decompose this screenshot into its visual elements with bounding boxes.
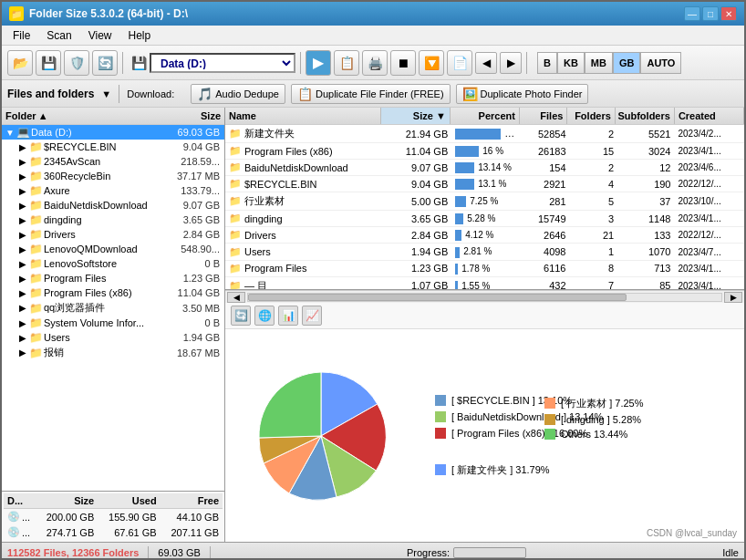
file-percent: 1.78 %	[451, 261, 522, 276]
close-button[interactable]: ✕	[720, 6, 737, 21]
duplicate-finder-btn[interactable]: 📋 Duplicate File Finder (FREE)	[291, 84, 451, 104]
expand-icon[interactable]: ▶	[16, 171, 29, 181]
tree-item-drivers[interactable]: ▶ 📁 Drivers 2.84 GB	[2, 227, 224, 242]
size-kb-btn[interactable]: KB	[557, 52, 585, 74]
drive-item-d[interactable]: 💿... 200.00 GB 155.90 GB 44.10 GB	[4, 509, 223, 524]
scroll-right-btn[interactable]: ▶	[724, 292, 742, 303]
size-mb-btn[interactable]: MB	[585, 52, 613, 74]
folders-col-header[interactable]: Folders	[567, 108, 615, 124]
file-files: 4098	[522, 244, 570, 259]
file-row-users[interactable]: 📁Users 1.94 GB 2.81 % 4098 1 1070 2023/4…	[225, 244, 744, 260]
tree-item-avscan[interactable]: ▶ 📁 2345AvScan 218.59...	[2, 154, 224, 169]
print-btn[interactable]: 🖨️	[362, 50, 388, 76]
size-gb-btn[interactable]: GB	[613, 52, 641, 74]
size-col-header[interactable]: Size	[165, 108, 224, 124]
file-percent: 7.25 %	[451, 193, 522, 209]
filter-btn[interactable]: 🔽	[419, 50, 444, 76]
menu-file[interactable]: File	[5, 27, 37, 44]
percent-col-header[interactable]: Percent	[451, 108, 520, 124]
h-scrollbar[interactable]: ◀ ▶	[225, 290, 744, 303]
tree-item-sysvolume[interactable]: ▶ 📁 System Volume Infor... 0 B	[2, 316, 224, 330]
tree-item-dingding[interactable]: ▶ 📁 dingding 3.65 GB	[2, 213, 224, 227]
expand-icon[interactable]: ▶	[16, 333, 29, 343]
tree-item-users[interactable]: ▶ 📁 Users 1.94 GB	[2, 330, 224, 345]
expand-icon[interactable]: ▶	[16, 157, 29, 167]
save-btn[interactable]: 💾	[36, 50, 61, 76]
back-btn[interactable]: ◀	[475, 52, 497, 74]
tree-item-baoxiao[interactable]: ▶ 📁 报销 18.67 MB	[2, 345, 224, 360]
file-row-xinjianzhenji[interactable]: 📁新建文件夹 21.94 GB 31.79 % 52854 2 5521 202…	[225, 125, 744, 143]
size-col-header[interactable]: Size ▼	[381, 108, 451, 124]
file-size: 1.94 GB	[382, 244, 452, 259]
photo-finder-btn[interactable]: 🖼️ Duplicate Photo Finder	[456, 84, 589, 104]
subfolders-col-header[interactable]: Subfolders	[616, 108, 675, 124]
scroll-track[interactable]	[247, 293, 722, 302]
file-row-pf[interactable]: 📁Program Files 1.23 GB 1.78 % 6116 8 713…	[225, 261, 744, 277]
chart-container: [ $RECYCLE.BIN ] 13.10% [ BaiduNetdiskDo…	[225, 329, 744, 542]
tree-item-lenovoqm[interactable]: ▶ 📁 LenovoQMDownload 548.90...	[2, 242, 224, 256]
expand-icon[interactable]: ▶	[16, 303, 29, 313]
file-row-recycle[interactable]: 📁$RECYCLE.BIN 9.04 GB 13.1 % 2921 4 190 …	[225, 176, 744, 192]
name-col-header[interactable]: Name	[225, 108, 381, 124]
file-row-drivers[interactable]: 📁Drivers 2.84 GB 4.12 % 2646 21 133 2022…	[225, 227, 744, 244]
expand-icon[interactable]: ▶	[16, 288, 29, 298]
expand-icon[interactable]: ▼	[4, 128, 16, 138]
chart-btn-3[interactable]: 📊	[278, 306, 298, 326]
chart-btn-4[interactable]: 📈	[302, 306, 322, 326]
chart-btn-2[interactable]: 🌐	[254, 306, 275, 326]
file-row-dingding[interactable]: 📁dingding 3.65 GB 5.28 % 15749 3 1148 20…	[225, 211, 744, 227]
expand-icon[interactable]: ▶	[16, 215, 29, 225]
tree-item-qq[interactable]: ▶ 📁 qq浏览器插件 3.50 MB	[2, 300, 224, 316]
file-row-pfx86[interactable]: 📁Program Files (x86) 11.04 GB 16 % 26183…	[225, 143, 744, 160]
maximize-button[interactable]: □	[702, 6, 719, 21]
expand-icon[interactable]: ▶	[16, 186, 29, 196]
expand-icon[interactable]: ▶	[16, 244, 29, 254]
audio-dedupe-btn[interactable]: 🎵 Audio Dedupe	[191, 84, 285, 104]
tree-item-baidu[interactable]: ▶ 📁 BaiduNetdiskDownload 9.07 GB	[2, 198, 224, 213]
minimize-button[interactable]: —	[684, 6, 700, 21]
audio-icon: 🎵	[197, 87, 212, 101]
stop-btn[interactable]: ⏹	[390, 50, 416, 76]
tree-item-root[interactable]: ▼ 💻 Data (D:) 69.03 GB	[2, 125, 224, 140]
scroll-left-btn[interactable]: ◀	[227, 292, 245, 303]
scan-play-btn[interactable]: ▶	[306, 50, 331, 76]
file-row-last[interactable]: 📁— 目 1.07 GB 1.55 % 432 7 85 2023/4/1...	[225, 277, 744, 290]
refresh-btn[interactable]: 🔄	[92, 50, 118, 76]
menu-view[interactable]: View	[81, 27, 119, 44]
expand-icon[interactable]: ▶	[16, 347, 29, 358]
file-row-baidu[interactable]: 📁BaiduNetdiskDownload 9.07 GB 13.14 % 15…	[225, 160, 744, 176]
expand-icon[interactable]: ▶	[16, 274, 29, 284]
folder-col-header[interactable]: Folder ▲	[2, 108, 165, 124]
legend-hangye: [ 行业素材 ] 7.25%	[544, 397, 735, 410]
tree-item-lenovosoft[interactable]: ▶ 📁 LenovoSoftstore 0 B	[2, 256, 224, 271]
expand-icon[interactable]: ▶	[16, 142, 29, 152]
tree-item-programfilesx86[interactable]: ▶ 📁 Program Files (x86) 11.04 GB	[2, 285, 224, 300]
address-combo[interactable]: Data (D:)	[150, 53, 295, 73]
menu-scan[interactable]: Scan	[39, 27, 78, 44]
tree-item-name: 2345AvScan	[44, 156, 168, 167]
expand-icon[interactable]: ▶	[16, 230, 29, 240]
size-auto-btn[interactable]: AUTO	[640, 52, 681, 74]
expand-icon[interactable]: ▶	[16, 259, 29, 269]
copy-btn[interactable]: 📄	[447, 50, 472, 76]
tree-item-360[interactable]: ▶ 📁 360RecycleBin 37.17 MB	[2, 169, 224, 183]
menu-help[interactable]: Help	[121, 27, 159, 44]
created-col-header[interactable]: Created	[675, 108, 744, 124]
file-name: 📁$RECYCLE.BIN	[225, 176, 382, 192]
size-b-btn[interactable]: B	[537, 52, 557, 74]
expand-icon[interactable]: ▶	[16, 201, 29, 211]
tree-item-programfiles[interactable]: ▶ 📁 Program Files 1.23 GB	[2, 271, 224, 285]
expand-icon[interactable]: ▶	[16, 318, 29, 328]
drive-item-e[interactable]: 💿... 274.71 GB 67.61 GB 207.11 GB	[4, 524, 223, 540]
shield-btn[interactable]: 🛡️	[64, 50, 89, 76]
files-folders-dropdown[interactable]: ▼	[101, 88, 111, 99]
export-btn[interactable]: 📋	[334, 50, 359, 76]
files-col-header[interactable]: Files	[520, 108, 567, 124]
file-row-hangye[interactable]: 📁行业素材 5.00 GB 7.25 % 281 5 37 2023/10/..…	[225, 192, 744, 211]
folder-icon-btn[interactable]: 📂	[7, 50, 33, 76]
chart-btn-1[interactable]: 🔄	[231, 306, 251, 326]
tree-item-axure[interactable]: ▶ 📁 Axure 133.79...	[2, 183, 224, 198]
forward-btn[interactable]: ▶	[500, 52, 522, 74]
tree-item-recycle[interactable]: ▶ 📁 $RECYCLE.BIN 9.04 GB	[2, 140, 224, 154]
scroll-thumb[interactable]	[248, 294, 627, 301]
